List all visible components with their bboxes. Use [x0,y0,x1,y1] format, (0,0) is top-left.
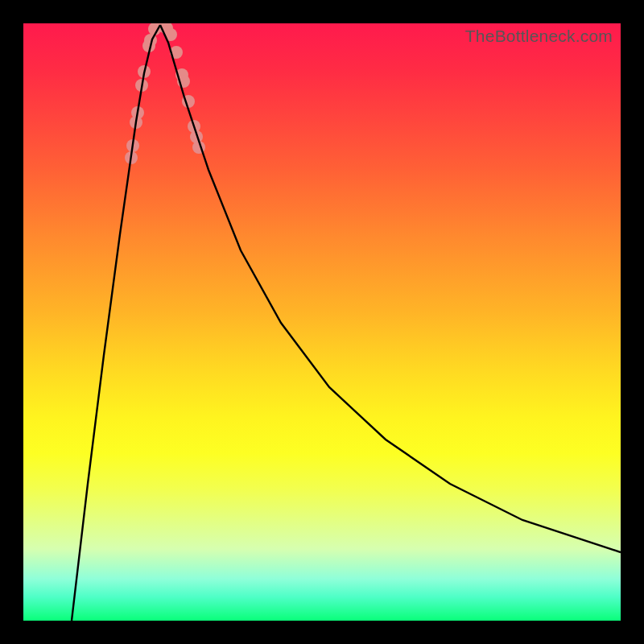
left-curve [72,25,160,621]
chart-frame: TheBottleneck.com [0,0,644,644]
plot-area: TheBottleneck.com [23,23,621,621]
curves-svg [23,23,621,621]
marker-group [125,23,205,164]
right-curve [160,25,621,552]
